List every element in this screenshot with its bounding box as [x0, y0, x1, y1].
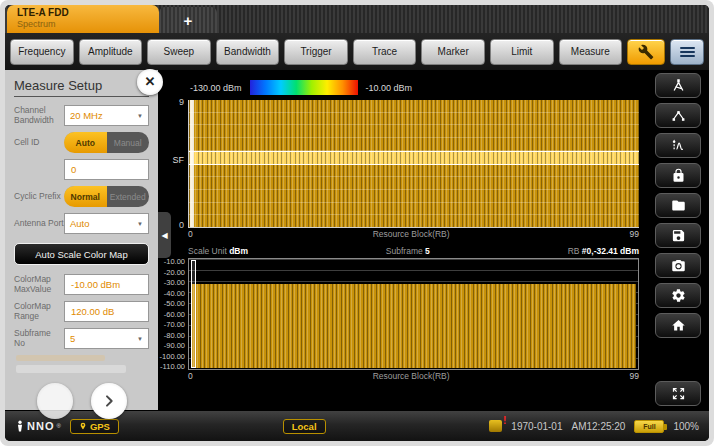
- chevron-down-icon: ▼: [137, 336, 143, 342]
- trigger-button[interactable]: Trigger: [284, 39, 348, 65]
- channel-bandwidth-select[interactable]: 20 MHz ▼: [64, 105, 149, 126]
- colormap-max-label: ColorMap MaxValue: [14, 275, 64, 295]
- cell-id-input[interactable]: 0: [64, 159, 149, 180]
- peak-search-icon: [671, 108, 686, 123]
- tab-title: LTE-A FDD: [17, 7, 149, 19]
- spectrogram-heatmap[interactable]: [188, 100, 639, 228]
- channel-bandwidth-value: 20 MHz: [70, 110, 137, 121]
- folder-button[interactable]: [655, 193, 701, 218]
- cyclic-prefix-extended-option[interactable]: Extended: [107, 186, 150, 207]
- setup-tools-button[interactable]: [655, 73, 701, 98]
- lock-button[interactable]: [655, 163, 701, 188]
- menu-icon: [680, 47, 695, 57]
- marker-button[interactable]: Marker: [421, 39, 485, 65]
- signal-pulse-button[interactable]: [655, 133, 701, 158]
- menu-button[interactable]: [670, 39, 704, 65]
- measure-button[interactable]: Measure: [559, 39, 623, 65]
- save-button[interactable]: [655, 223, 701, 248]
- panel-page-nav: [14, 383, 149, 419]
- home-button[interactable]: [655, 313, 701, 338]
- y-tick-label: -20.00: [164, 269, 185, 276]
- tab-lte-a-fdd-spectrum[interactable]: LTE-A FDD Spectrum: [7, 5, 159, 33]
- lower-x-axis: 0 Resource Block(RB) 99: [188, 370, 639, 382]
- colorbar-min-label: -130.00 dBm: [190, 83, 242, 93]
- lower-y-ticks: -10.00-20.00-30.00-40.00-50.00-60.00-70.…: [158, 258, 188, 370]
- gps-badge[interactable]: GPS: [70, 419, 119, 434]
- cell-id-manual-option[interactable]: Manual: [107, 132, 150, 153]
- close-icon: ✕: [145, 74, 156, 89]
- scale-unit-value: dBm: [229, 246, 248, 256]
- cyclic-prefix-toggle[interactable]: Normal Extended: [64, 186, 149, 207]
- battery-state: Full: [643, 423, 655, 430]
- antenna-port-select[interactable]: Auto ▼: [64, 213, 149, 234]
- setup-tools-icon: [671, 78, 686, 93]
- heatmap-row-sf6: [189, 138, 639, 151]
- local-badge[interactable]: Local: [283, 419, 326, 434]
- scale-unit-label: Scale Unit: [188, 246, 227, 256]
- alert-icon[interactable]: [489, 420, 502, 432]
- y-tick-label: -70.00: [164, 321, 185, 328]
- subframe-label: Subframe: [386, 246, 423, 256]
- settings-button[interactable]: [655, 283, 701, 308]
- rb-bars: [191, 284, 636, 368]
- subframe-value: 5: [425, 246, 430, 256]
- y-tick-label: -90.00: [164, 342, 185, 349]
- heatmap-row-sf3: [189, 177, 639, 190]
- heatmap-row-sf4: [189, 165, 639, 178]
- y-tick-label: -80.00: [164, 332, 185, 339]
- antenna-port-label: Antenna Port: [14, 219, 64, 229]
- wrench-icon: [638, 44, 654, 60]
- cell-id-toggle[interactable]: Auto Manual: [64, 132, 149, 153]
- sweep-button[interactable]: Sweep: [147, 39, 211, 65]
- colormap-range-input[interactable]: 120.00 dB: [64, 301, 149, 322]
- new-tab-button[interactable]: +: [159, 7, 217, 33]
- disabled-section: [16, 355, 147, 373]
- gps-label: GPS: [90, 421, 110, 432]
- auto-scale-color-map-button[interactable]: Auto Scale Color Map: [14, 243, 149, 265]
- rb-readout-value: #0,-32.41 dBm: [582, 246, 639, 256]
- setup-wrench-button[interactable]: [627, 39, 665, 65]
- fullscreen-button[interactable]: [655, 381, 701, 406]
- home-icon: [671, 318, 686, 333]
- plus-icon: +: [184, 12, 193, 29]
- screenshot-button[interactable]: [655, 253, 701, 278]
- close-panel-button[interactable]: ✕: [137, 69, 163, 95]
- cyclic-prefix-normal-option[interactable]: Normal: [64, 186, 107, 207]
- cell-id-auto-option[interactable]: Auto: [64, 132, 107, 153]
- heatmap-y-max-label: 9: [179, 97, 184, 107]
- next-page-button[interactable]: [91, 383, 127, 419]
- subframe-no-select[interactable]: 5 ▼: [64, 328, 149, 349]
- colormap-max-input[interactable]: -10.00 dBm: [64, 274, 149, 295]
- status-time: AM12:25:20: [572, 421, 626, 432]
- rb-power-chart[interactable]: [188, 258, 639, 370]
- trace-button[interactable]: Trace: [353, 39, 417, 65]
- heatmap-rows: [189, 100, 639, 227]
- heatmap-x-axis: 0 Resource Block(RB) 99: [188, 228, 639, 240]
- peak-search-button[interactable]: [655, 103, 701, 128]
- heatmap-row-sf9: [189, 100, 639, 113]
- panel-collapse-button[interactable]: ◀: [158, 212, 171, 258]
- heatmap-y-min-label: 0: [179, 220, 184, 230]
- chevron-right-icon: [101, 393, 117, 409]
- inno-logo: NNO®: [15, 420, 61, 432]
- colormap-range-label: ColorMap Range: [14, 302, 64, 322]
- device-screen: LTE-A FDD Spectrum + Frequency Amplitude…: [0, 0, 714, 446]
- lower-chart-header: Scale Unit dBm Subframe 5 RB #0,-32.41 d…: [188, 245, 639, 257]
- heatmap-row-sf1: [189, 203, 639, 216]
- bandwidth-button[interactable]: Bandwidth: [216, 39, 280, 65]
- lock-icon: [671, 168, 686, 183]
- limit-button[interactable]: Limit: [490, 39, 554, 65]
- lower-x-max-label: 99: [630, 371, 639, 381]
- frequency-button[interactable]: Frequency: [10, 39, 74, 65]
- heatmap-selected-rb-marker: [190, 100, 194, 227]
- spectrogram-section: 9 SF 0: [158, 100, 639, 228]
- colorbar-row: -130.00 dBm -10.00 dBm: [190, 80, 639, 95]
- logo-text: NNO: [27, 420, 54, 432]
- amplitude-button[interactable]: Amplitude: [79, 39, 143, 65]
- toolbar: Frequency Amplitude Sweep Bandwidth Trig…: [5, 33, 709, 70]
- panel-title: Measure Setup: [14, 78, 149, 97]
- y-tick-label: -50.00: [164, 300, 185, 307]
- fullscreen-icon: [671, 386, 686, 401]
- y-tick-label: -110.00: [160, 363, 185, 370]
- prev-page-button[interactable]: [37, 383, 73, 419]
